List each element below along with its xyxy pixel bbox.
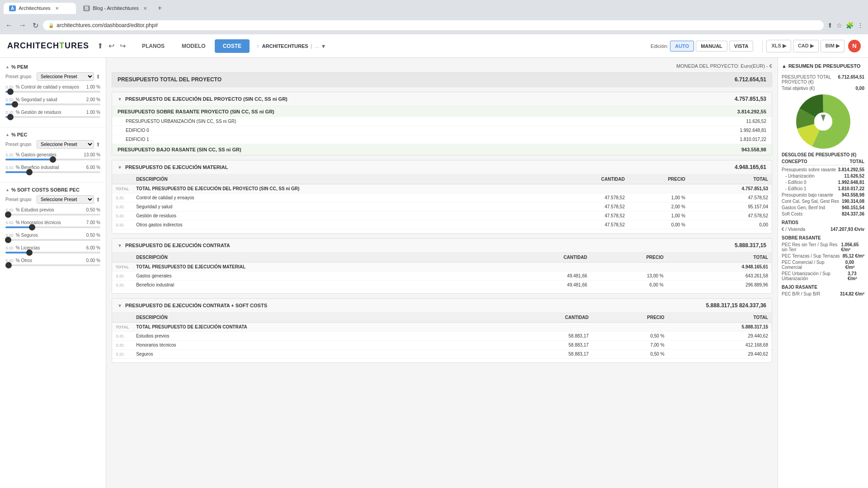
collapse-right-icon[interactable]: ▲ [782, 63, 787, 69]
edificio0-value: 1.992.648,81 [740, 128, 766, 133]
edition-vista-button[interactable]: VISTA [729, 41, 754, 52]
menu-button[interactable]: ⋮ [856, 21, 864, 30]
soft-slider3-track[interactable] [5, 239, 100, 241]
pem-slider1-track[interactable] [5, 91, 100, 93]
soft-slider2-thumb[interactable] [29, 224, 35, 230]
pec-upload-button[interactable]: ⬆ [96, 141, 100, 148]
divider-pem-pec [0, 127, 106, 127]
undo-icon[interactable]: ↩ [108, 41, 115, 51]
breadcrumb-label: ARCHITECHTURES [262, 43, 308, 49]
pec-slider2-track[interactable] [5, 171, 100, 173]
soft-slider3-thumb[interactable] [5, 237, 11, 243]
tab-planos[interactable]: PLANOS [134, 39, 173, 53]
new-tab-button[interactable]: + [154, 2, 165, 14]
tab1-label: Architechtures [19, 5, 50, 11]
soft-slider1-label: % Estudios previos [16, 207, 54, 212]
pec-slider1-thumb[interactable] [50, 156, 56, 163]
dropdown-button[interactable]: ▾ [322, 42, 325, 50]
pem-slider3-track[interactable] [5, 116, 100, 118]
rp-total-objetivo-label: Total objetivo (€) [782, 86, 815, 91]
divider1 [762, 40, 763, 52]
soft-slider2-track[interactable] [5, 226, 100, 228]
tab2-label: Blog - Architechtures [93, 5, 139, 11]
pem-slider2-track[interactable] [5, 103, 100, 105]
soft-slider-estudios: S.ID. % Estudios previos 0.50 % [5, 207, 100, 216]
rp-pec-terrazas-val: 85,12 €/m² [843, 253, 864, 258]
cad-export-button[interactable]: CAD ▶ [793, 40, 819, 52]
rp-ratios-title: RATIOS [782, 220, 864, 225]
redo-icon[interactable]: ↪ [119, 41, 127, 51]
tab-coste[interactable]: COSTE [215, 39, 250, 53]
back-button[interactable]: ← [4, 20, 14, 30]
rp-ratio-vivienda-val: 147.207,93 €/viv [830, 227, 864, 232]
rp-total-objetivo-row: Total objetivo (€) 0,00 [782, 86, 864, 91]
rp-urbanizacion: - Urbanización 11.626,52 [782, 174, 864, 178]
pem-upload-button[interactable]: ⬆ [96, 74, 100, 80]
bim-export-button[interactable]: BIM ▶ [821, 40, 844, 52]
soft-slider5-track[interactable] [5, 264, 100, 266]
rp-bajo-rasante-val: 943.558,98 [842, 192, 864, 197]
rp-total-proyecto-value: 6.712.654,51 [838, 75, 864, 84]
ejecucion-contrata-header[interactable]: ▼ PRESUPUESTO DE EJECUCIÓN CONTRATA 5.88… [112, 239, 772, 253]
edition-manual-button[interactable]: MANUAL [696, 41, 727, 52]
right-panel-header: ▲ RESUMEN DE PRESUPUESTO [782, 61, 864, 71]
screenshot-button[interactable]: ⬆ [826, 21, 834, 30]
url-bar[interactable]: 🔒 architechtures.com/dashboard/editor.ph… [43, 20, 824, 30]
pem-slider2-thumb[interactable] [12, 101, 18, 108]
pec-slider1-track[interactable] [5, 159, 100, 160]
soft-preset-select[interactable]: Seleccione Preset [37, 195, 94, 204]
tab1-close[interactable]: ✕ [55, 6, 59, 11]
pec-section-header[interactable]: ▲ % PEC [5, 132, 100, 137]
rp-gastos-gen: Gastos Gen, Benf Ind 940.151,54 [782, 205, 864, 210]
soft-slider4-track[interactable] [5, 252, 100, 253]
refresh-button[interactable]: ↻ [31, 20, 40, 31]
pec-preset-select[interactable]: Seleccione Preset [37, 140, 94, 149]
soft-slider1-thumb[interactable] [5, 211, 11, 218]
edition-auto-button[interactable]: AUTO [670, 41, 694, 52]
pec-slider2-thumb[interactable] [26, 169, 33, 175]
pem-preset-label: Preset grupo [5, 74, 35, 79]
ejecucion-material-table-container: DESCRIPCIÓN CANTIDAD PRECIO TOTAL TOTAL … [112, 174, 772, 233]
pem-slider1-value: 1.00 % [86, 84, 100, 89]
bookmark-button[interactable]: ☆ [835, 21, 843, 30]
rp-sobre-rasante-title: SOBRE RASANTE [782, 235, 864, 240]
desc-total-pec: TOTAL PRESUPUESTO DE EJECUCIÓN DEL PROYE… [132, 184, 552, 193]
total-proyecto-header[interactable]: PRESUPUESTO TOTAL DEL PROYECTO 6.712.654… [112, 73, 772, 87]
xls-export-button[interactable]: XLS ▶ [766, 40, 791, 52]
soft-slider5-thumb[interactable] [5, 262, 12, 268]
soft-slider2-value: 7.00 % [86, 220, 100, 225]
nav-tabs: PLANOS MODELO COSTE [134, 39, 250, 53]
ejecucion-material-header[interactable]: ▼ PRESUPUESTO DE EJECUCIÓN MATERIAL 4.94… [112, 160, 772, 174]
pem-preset-select[interactable]: Seleccione Preset [37, 72, 94, 81]
pem-slider1-thumb[interactable] [7, 89, 14, 95]
forward-button[interactable]: → [17, 20, 28, 30]
extension-button[interactable]: 🧩 [845, 21, 854, 30]
rp-pec-comercial-label: PEC Comercial / Sup Comercial [782, 260, 845, 270]
ejecucion-material-title: PRESUPUESTO DE EJECUCIÓN MATERIAL [125, 164, 228, 170]
pem-section-header[interactable]: ▲ % PEM [5, 64, 100, 70]
th-descripcion-2: DESCRIPCIÓN [132, 253, 495, 263]
soft-slider4-thumb[interactable] [26, 249, 33, 256]
cant-gg: 49.481,66 [495, 272, 591, 281]
tab-blog[interactable]: B Blog - Architechtures ✕ [78, 3, 152, 14]
contrata-soft-header[interactable]: ▼ PRESUPUESTO DE EJECUCIÓN CONTRATA + SO… [112, 299, 772, 313]
ejecucion-proyecto-header[interactable]: ▼ PRESUPUESTO DE EJECUCIÓN DEL PROYECTO … [112, 92, 772, 106]
soft-preset-label: Preset grupo [5, 197, 35, 202]
user-avatar[interactable]: N [848, 40, 861, 52]
pem-slider3-thumb[interactable] [7, 114, 14, 120]
soft-upload-button[interactable]: ⬆ [96, 197, 100, 203]
table-row: S.ID. Control de calidad y ensayos 47.57… [112, 193, 772, 202]
cant-ht: 58.883,17 [497, 341, 592, 350]
ejecucion-contrata-collapse-icon: ▼ [118, 243, 122, 248]
ejecucion-material-total: 4.948.165,61 [735, 164, 766, 170]
soft-slider1-track[interactable] [5, 214, 100, 216]
cant-seg: 58.883,17 [497, 350, 592, 359]
tab2-close[interactable]: ✕ [143, 6, 147, 11]
precio-total-2 [591, 263, 667, 272]
share-icon[interactable]: ⬆ [96, 41, 104, 51]
tab-architechtures[interactable]: A Architechtures ✕ [4, 3, 76, 14]
rp-edificio1-label: - Edificio 1 [785, 186, 807, 191]
tab-modelo[interactable]: MODELO [174, 39, 214, 53]
tab1-favicon: A [9, 5, 16, 11]
soft-costs-section-header[interactable]: ▲ % SOFT COSTS SOBRE PEC [5, 187, 100, 192]
